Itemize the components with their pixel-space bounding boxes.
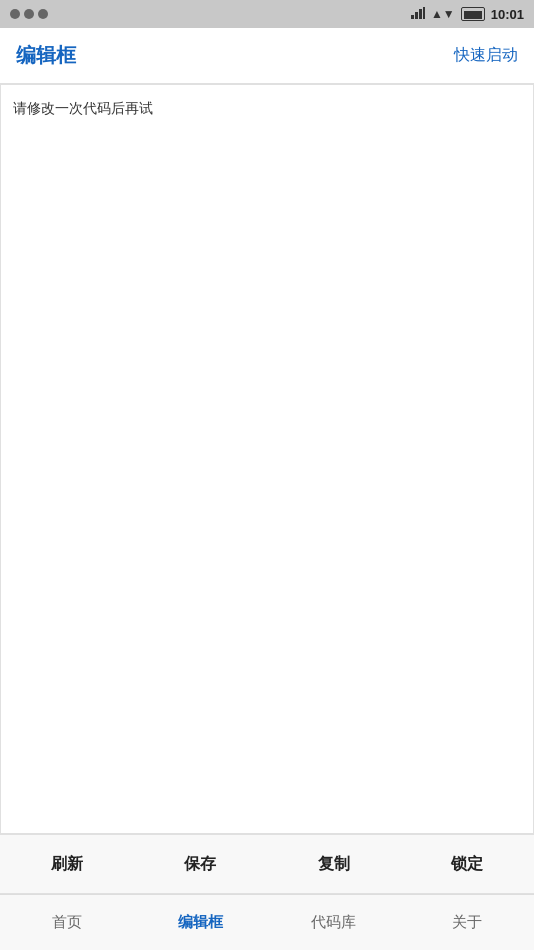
battery-icon xyxy=(461,7,485,21)
copy-button[interactable]: 复制 xyxy=(302,846,366,883)
editor-content: 请修改一次代码后再试 xyxy=(13,97,521,119)
nav-label-codelib: 代码库 xyxy=(311,913,356,932)
time-display: 10:01 xyxy=(491,7,524,22)
nav-label-editor: 编辑框 xyxy=(178,913,223,932)
svg-rect-1 xyxy=(415,12,418,19)
nav-item-codelib[interactable]: 代码库 xyxy=(267,895,401,950)
status-bar: ▲▼ 10:01 xyxy=(0,0,534,28)
app-bar-title: 编辑框 xyxy=(16,42,76,69)
nav-label-home: 首页 xyxy=(52,913,82,932)
quick-start-button[interactable]: 快速启动 xyxy=(454,45,518,66)
nav-item-home[interactable]: 首页 xyxy=(0,895,134,950)
dot-icon-3 xyxy=(38,9,48,19)
wifi-icon: ▲▼ xyxy=(431,7,455,21)
app-bar: 编辑框 快速启动 xyxy=(0,28,534,84)
lock-button[interactable]: 锁定 xyxy=(435,846,499,883)
editor-area[interactable]: 请修改一次代码后再试 xyxy=(0,84,534,834)
dot-icon-2 xyxy=(24,9,34,19)
nav-label-about: 关于 xyxy=(452,913,482,932)
refresh-button[interactable]: 刷新 xyxy=(35,846,99,883)
status-bar-right: ▲▼ 10:01 xyxy=(411,7,524,22)
save-button[interactable]: 保存 xyxy=(168,846,232,883)
bottom-nav: 首页 编辑框 代码库 关于 xyxy=(0,894,534,950)
svg-rect-0 xyxy=(411,15,414,19)
nav-item-editor[interactable]: 编辑框 xyxy=(134,895,268,950)
status-bar-left xyxy=(10,9,48,19)
svg-rect-2 xyxy=(419,9,422,19)
nav-item-about[interactable]: 关于 xyxy=(401,895,535,950)
bottom-actions-bar: 刷新 保存 复制 锁定 xyxy=(0,834,534,894)
signal-icon xyxy=(411,7,425,22)
svg-rect-3 xyxy=(423,7,425,19)
dot-icon xyxy=(10,9,20,19)
